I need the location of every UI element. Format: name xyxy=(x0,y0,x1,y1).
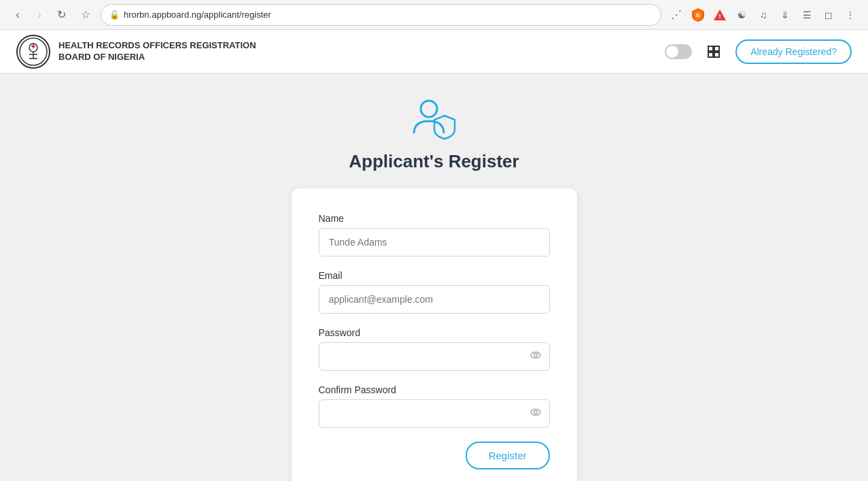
confirm-password-label: Confirm Password xyxy=(319,384,550,395)
confirm-password-field-group: Confirm Password xyxy=(319,384,550,428)
email-input[interactable] xyxy=(319,285,550,314)
password-input-wrapper xyxy=(319,342,550,371)
password-input[interactable] xyxy=(319,342,550,371)
org-logo xyxy=(16,35,50,69)
browser-icons: ⋰ B ! ☯ ♫ ⇓ ☰ ◻ ⋮ xyxy=(667,5,860,24)
wallet-button[interactable]: ◻ xyxy=(819,5,838,24)
sidebar-toggle-button[interactable]: ☰ xyxy=(797,5,816,24)
svg-text:!: ! xyxy=(719,13,721,20)
already-registered-button[interactable]: Already Registered? xyxy=(735,39,852,64)
page-title: Applicant's Register xyxy=(349,151,519,172)
expand-button[interactable] xyxy=(703,41,725,63)
share-button[interactable]: ⋰ xyxy=(667,5,686,24)
svg-point-13 xyxy=(421,101,437,117)
svg-point-17 xyxy=(534,411,537,414)
name-field-group: Name xyxy=(319,213,550,256)
svg-text:B: B xyxy=(696,12,700,18)
expand-icon xyxy=(707,45,721,59)
svg-point-15 xyxy=(534,354,537,357)
password-field-group: Password xyxy=(319,327,550,371)
url-icon: 🔓 xyxy=(109,10,120,20)
address-bar-container: 🔓 xyxy=(101,4,661,26)
password-toggle-icon[interactable] xyxy=(530,349,542,364)
brave-shield-icon: B xyxy=(691,7,706,22)
logo-area: HEALTH RECORDS OFFICERS REGISTRATION BOA… xyxy=(16,35,665,69)
email-field-group: Email xyxy=(319,270,550,314)
brave-shield-button[interactable]: B xyxy=(689,5,708,24)
page-icon xyxy=(407,94,462,144)
svg-rect-12 xyxy=(714,52,719,57)
alert-triangle-icon: ! xyxy=(712,7,727,22)
forward-button[interactable]: › xyxy=(30,5,49,24)
name-label: Name xyxy=(319,213,550,224)
music-button[interactable]: ♫ xyxy=(754,5,773,24)
address-bar[interactable] xyxy=(124,10,653,20)
confirm-password-input[interactable] xyxy=(319,399,550,428)
svg-rect-9 xyxy=(708,46,713,51)
register-button-wrapper: Register xyxy=(319,442,550,469)
form-card: Name Email Password Confirm Pas xyxy=(292,188,577,481)
org-logo-svg xyxy=(18,37,48,67)
org-name: HEALTH RECORDS OFFICERS REGISTRATION BOA… xyxy=(58,40,262,63)
name-input[interactable] xyxy=(319,228,550,256)
confirm-password-toggle-icon[interactable] xyxy=(530,406,542,421)
theme-toggle[interactable] xyxy=(665,44,692,59)
nav-buttons: ‹ › ↻ xyxy=(8,5,71,24)
header-actions: Already Registered? xyxy=(665,39,852,64)
svg-rect-11 xyxy=(708,52,713,57)
email-label: Email xyxy=(319,270,550,281)
back-button[interactable]: ‹ xyxy=(8,5,27,24)
extensions-button[interactable]: ☯ xyxy=(732,5,751,24)
menu-button[interactable]: ⋮ xyxy=(841,5,860,24)
password-label: Password xyxy=(319,327,550,338)
svg-rect-10 xyxy=(714,46,719,51)
confirm-password-input-wrapper xyxy=(319,399,550,428)
app-header: HEALTH RECORDS OFFICERS REGISTRATION BOA… xyxy=(0,30,868,73)
reload-button[interactable]: ↻ xyxy=(52,5,71,24)
main-content: Applicant's Register Name Email Password xyxy=(0,73,868,481)
brave-alert-button[interactable]: ! xyxy=(710,5,729,24)
bookmark-button[interactable]: ☆ xyxy=(76,5,95,24)
user-shield-icon xyxy=(407,94,462,142)
browser-chrome: ‹ › ↻ ☆ 🔓 ⋰ B ! ☯ ♫ ⇓ ☰ ◻ ⋮ xyxy=(0,0,868,30)
register-button[interactable]: Register xyxy=(466,442,550,469)
download-button[interactable]: ⇓ xyxy=(776,5,795,24)
